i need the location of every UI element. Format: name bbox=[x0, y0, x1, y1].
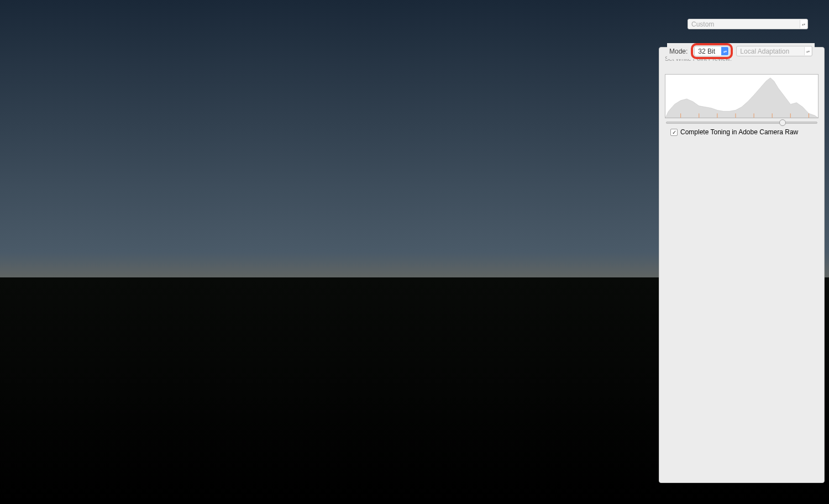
whitepoint-slider[interactable] bbox=[666, 122, 817, 124]
mode-panel: Mode: 32 Bit ▴▾ Local Adaptation ▴▾ Set … bbox=[659, 47, 825, 483]
content-area: − + 100% ✓ EV +0.94 ✓ bbox=[0, 12, 829, 504]
mode-value: 32 Bit bbox=[698, 48, 715, 55]
mode-select[interactable]: 32 Bit ▴▾ bbox=[694, 46, 730, 56]
preset-select[interactable]: Custom ▴▾ bbox=[688, 19, 808, 29]
chevron-updown-icon: ▴▾ bbox=[804, 47, 811, 55]
mode-label: Mode: bbox=[669, 48, 688, 55]
complete-toning-label: Complete Toning in Adobe Camera Raw bbox=[680, 128, 798, 136]
preset-value: Custom bbox=[691, 20, 714, 28]
thumbnail-strip: ✓ EV +0.94 ✓ EV 0.00 ✓ EV -2.00 bbox=[4, 433, 654, 500]
hdr-pro-window: Merge to HDR Pro (100%) bbox=[0, 0, 829, 504]
complete-toning-checkbox[interactable]: ✓ bbox=[670, 129, 678, 136]
thumbnail-image bbox=[314, 439, 387, 487]
highlight-annotation: 32 Bit ▴▾ bbox=[691, 43, 733, 59]
settings-panel: Preset: Custom ▴▾ ✓ Remove ghosts bbox=[659, 17, 825, 500]
slider-thumb[interactable] bbox=[779, 119, 786, 126]
adaptation-select[interactable]: Local Adaptation ▴▾ bbox=[736, 46, 812, 56]
histogram bbox=[665, 74, 818, 118]
chevron-updown-icon: ▴▾ bbox=[800, 20, 807, 28]
thumbnail-item[interactable]: ✓ EV -2.00 bbox=[314, 439, 387, 494]
adaptation-value: Local Adaptation bbox=[740, 48, 789, 55]
chevron-updown-icon: ▴▾ bbox=[721, 47, 728, 55]
histogram-svg bbox=[665, 75, 818, 118]
left-column: − + 100% ✓ EV +0.94 ✓ bbox=[4, 17, 654, 500]
